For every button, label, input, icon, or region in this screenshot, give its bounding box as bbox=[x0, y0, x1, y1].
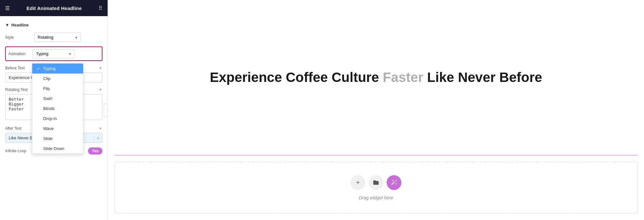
dropdown-item-slidedown[interactable]: Slide Down bbox=[32, 144, 83, 154]
style-select[interactable]: Rotating ▼ bbox=[34, 33, 81, 42]
sidebar: ☰ Edit Animated Headline ⠿ ▼ Headline St… bbox=[0, 0, 108, 220]
drop-zone-buttons: + bbox=[351, 175, 401, 190]
chevron-down-icon: ▼ bbox=[75, 35, 78, 39]
style-control: Rotating ▼ bbox=[34, 33, 102, 42]
animation-select[interactable]: Typing ▼ bbox=[33, 49, 74, 58]
after-text-menu-icon[interactable]: ≡ bbox=[94, 135, 102, 141]
after-text-label: After Text bbox=[5, 126, 21, 131]
animation-row: Animation Typing ▼ bbox=[5, 46, 102, 61]
rotating-text-icon[interactable]: ✦ bbox=[99, 87, 102, 92]
sidebar-content: ▼ Headline Style Rotating ▼ Animation Ty… bbox=[0, 16, 108, 220]
dropdown-item-typing[interactable]: ✓ Typing bbox=[32, 64, 83, 74]
before-text-icon[interactable]: ✦ bbox=[99, 65, 102, 71]
after-text-move-icon[interactable]: ✦ bbox=[99, 126, 102, 131]
animation-container: Animation Typing ▼ ✓ Typing Clip bbox=[5, 46, 102, 61]
sidebar-title: Edit Animated Headline bbox=[26, 5, 82, 11]
dropdown-item-swirl[interactable]: Swirl bbox=[32, 94, 83, 104]
check-icon: ✓ bbox=[37, 66, 41, 71]
dropdown-item-wave[interactable]: Wave bbox=[32, 124, 83, 134]
dropdown-item-clip[interactable]: Clip bbox=[32, 74, 83, 84]
magic-icon bbox=[391, 179, 397, 186]
folder-button[interactable] bbox=[369, 175, 383, 190]
animation-dropdown: ✓ Typing Clip Flip Swirl Blinds bbox=[32, 63, 83, 154]
sidebar-header: ☰ Edit Animated Headline ⠿ bbox=[0, 0, 108, 16]
infinite-loop-label: Infinite Loop bbox=[5, 149, 26, 153]
dropdown-item-slide[interactable]: Slide bbox=[32, 134, 83, 144]
infinite-loop-toggle[interactable]: Yes bbox=[88, 147, 102, 155]
headline-preview: Experience Coffee Culture Faster Like Ne… bbox=[210, 69, 542, 85]
rotating-text-label: Rotating Text bbox=[5, 87, 28, 92]
animation-label: Animation bbox=[8, 52, 33, 56]
before-text-label: Before Text bbox=[5, 66, 24, 70]
chevron-down-icon: ▼ bbox=[68, 52, 72, 55]
dropdown-item-dropin[interactable]: Drop-in bbox=[32, 114, 83, 124]
preview-area: Experience Coffee Culture Faster Like Ne… bbox=[108, 0, 644, 155]
style-row: Style Rotating ▼ bbox=[5, 33, 102, 42]
headline-after: Like Never Before bbox=[427, 70, 542, 85]
sidebar-collapse-handle[interactable]: ‹ bbox=[104, 104, 108, 116]
chevron-icon: ▼ bbox=[5, 23, 9, 27]
grid-icon[interactable]: ⠿ bbox=[99, 5, 102, 11]
divider-line bbox=[114, 155, 638, 155]
headline-rotating-word-text: Faster bbox=[383, 70, 427, 85]
dropdown-item-blinds[interactable]: Blinds bbox=[32, 104, 83, 114]
magic-button[interactable] bbox=[387, 175, 401, 190]
section-headline: ▼ Headline bbox=[5, 23, 102, 27]
hamburger-icon[interactable]: ☰ bbox=[5, 5, 10, 11]
main-content: Experience Coffee Culture Faster Like Ne… bbox=[108, 0, 644, 220]
dropdown-item-flip[interactable]: Flip bbox=[32, 84, 83, 94]
headline-before: Experience Coffee Culture bbox=[210, 70, 383, 85]
drop-zone-label: Drag widget here bbox=[359, 195, 393, 200]
drop-zone: + Drag widget here bbox=[114, 162, 638, 214]
style-label: Style bbox=[5, 35, 34, 40]
folder-icon bbox=[373, 179, 379, 186]
add-widget-button[interactable]: + bbox=[351, 175, 365, 190]
animation-control: Typing ▼ bbox=[33, 49, 99, 58]
